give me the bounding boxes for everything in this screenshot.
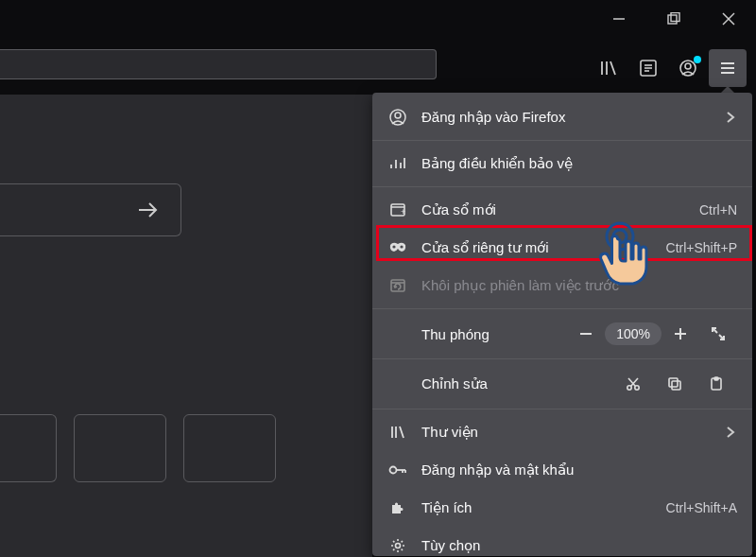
menu-options[interactable]: Tùy chọn [372, 527, 752, 556]
cut-button[interactable] [612, 369, 654, 399]
restore-icon [387, 275, 408, 296]
menu-label: Cửa sổ riêng tư mới [421, 239, 666, 256]
reader-view-icon[interactable] [629, 49, 667, 87]
account-circle-icon [387, 107, 408, 128]
zoom-controls: Thu phóng 100% [372, 313, 752, 355]
edit-controls: Chỉnh sửa [372, 363, 752, 405]
tile[interactable] [183, 414, 276, 482]
menu-label: Tiện ích [421, 499, 666, 516]
library-icon[interactable] [590, 49, 627, 87]
shortcut: Ctrl+Shift+P [666, 240, 737, 255]
hamburger-menu-button[interactable] [709, 49, 747, 87]
menu-new-window[interactable]: + Cửa sổ mới Ctrl+N [372, 191, 752, 229]
copy-button[interactable] [654, 369, 696, 399]
menu-library[interactable]: Thư viện [372, 413, 752, 451]
menu-label: Đăng nhập và mật khẩu [421, 461, 737, 479]
key-icon [387, 460, 408, 480]
svg-rect-2 [671, 13, 679, 22]
fullscreen-button[interactable] [699, 319, 737, 349]
zoom-out-button[interactable] [567, 319, 605, 349]
menu-restore-session: Khôi phục phiên làm việc trước [372, 267, 752, 305]
shortcut: Ctrl+N [699, 202, 737, 218]
svg-point-28 [400, 245, 403, 248]
edit-label: Chỉnh sửa [387, 375, 612, 392]
account-icon[interactable] [669, 49, 707, 87]
svg-point-19 [395, 113, 401, 118]
svg-point-47 [390, 467, 397, 474]
svg-point-51 [396, 544, 401, 548]
content-area [0, 95, 372, 557]
tile[interactable] [74, 414, 166, 482]
top-sites-tiles [0, 414, 276, 482]
svg-rect-43 [714, 377, 718, 380]
svg-text:+: + [401, 207, 405, 217]
svg-point-13 [685, 63, 691, 69]
svg-line-7 [610, 61, 615, 75]
menu-label: Thư viện [421, 424, 714, 441]
paste-button[interactable] [696, 369, 737, 399]
menu-label: Bảng điều khiển bảo vệ [421, 155, 737, 172]
zoom-label: Thu phóng [387, 326, 567, 342]
chevron-right-icon [724, 111, 737, 124]
menu-label: Đăng nhập vào Firefox [421, 109, 714, 126]
separator [372, 409, 752, 409]
puzzle-icon [387, 497, 408, 518]
arrow-right-icon [135, 197, 162, 223]
dashboard-icon [387, 153, 408, 174]
url-bar[interactable] [0, 49, 437, 79]
window-controls [592, 0, 756, 38]
chevron-right-icon [724, 426, 737, 439]
maximize-button[interactable] [646, 0, 701, 38]
toolbar-icons [590, 49, 747, 87]
search-box[interactable] [0, 183, 181, 236]
separator [372, 140, 752, 141]
menu-label: Khôi phục phiên làm việc trước [421, 277, 737, 294]
svg-rect-29 [391, 280, 404, 291]
menu-private-window[interactable]: Cửa sổ riêng tư mới Ctrl+Shift+P [372, 229, 752, 267]
menu-protection[interactable]: Bảng điều khiển bảo vệ [372, 145, 752, 183]
menu-label: Tùy chọn [421, 537, 737, 554]
svg-rect-1 [668, 15, 677, 24]
svg-rect-41 [672, 381, 680, 390]
menu-signin[interactable]: Đăng nhập vào Firefox [372, 98, 752, 136]
separator [372, 186, 752, 187]
menu-label: Cửa sổ mới [421, 201, 699, 218]
svg-point-27 [392, 245, 395, 248]
svg-line-46 [400, 426, 404, 438]
mask-icon [387, 237, 408, 258]
menu-addons[interactable]: Tiện ích Ctrl+Shift+A [372, 489, 752, 527]
new-window-icon: + [387, 200, 408, 220]
minimize-button[interactable] [592, 0, 646, 38]
tile[interactable] [0, 414, 57, 482]
zoom-value[interactable]: 100% [605, 322, 662, 345]
library-icon [387, 422, 408, 443]
shortcut: Ctrl+Shift+A [666, 500, 737, 515]
separator [372, 308, 752, 309]
menu-logins[interactable]: Đăng nhập và mật khẩu [372, 451, 752, 489]
separator [372, 358, 752, 359]
notification-dot [694, 56, 701, 63]
svg-rect-40 [669, 378, 678, 387]
gear-icon [387, 535, 408, 556]
app-menu-panel: Đăng nhập vào Firefox Bảng điều khiển bả… [372, 93, 752, 556]
zoom-in-button[interactable] [662, 319, 699, 349]
close-button[interactable] [701, 0, 756, 38]
